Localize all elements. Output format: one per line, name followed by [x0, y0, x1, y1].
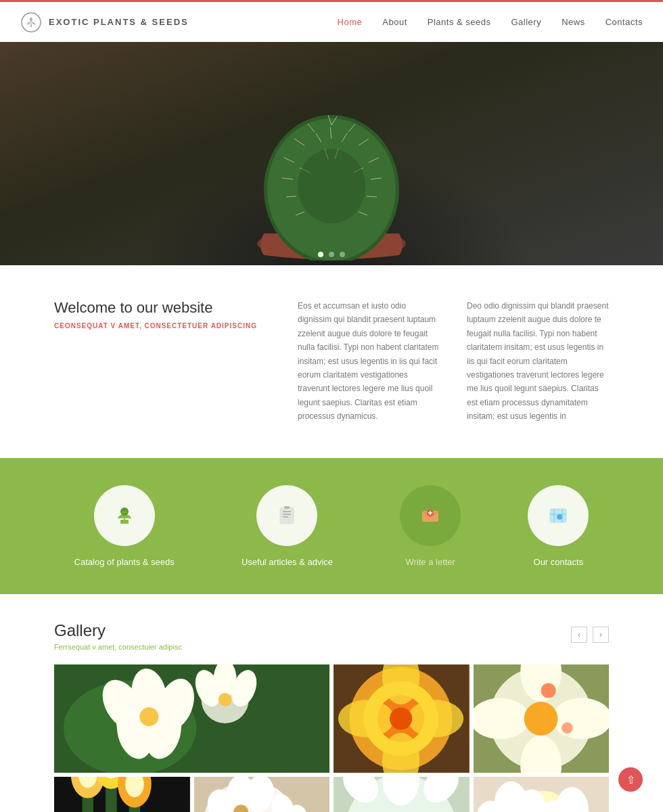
svg-point-68	[524, 702, 557, 736]
svg-point-25	[298, 149, 365, 223]
gallery-subtitle: Ferrsequat v amet, consectuier adipisc	[54, 643, 182, 651]
nav-about[interactable]: About	[382, 17, 407, 27]
gallery-grid	[54, 664, 609, 812]
hero-dot-3[interactable]	[340, 252, 345, 257]
gallery-item-6[interactable]	[334, 777, 470, 812]
logo-text: EXOTIC PLANTS & SEEDS	[49, 17, 189, 27]
write-letter-item[interactable]: Write a letter	[400, 485, 461, 567]
nav-gallery[interactable]: Gallery	[511, 17, 541, 27]
svg-rect-28	[280, 508, 294, 524]
gallery-next-button[interactable]: ›	[593, 627, 609, 643]
gallery-item-1[interactable]	[54, 664, 329, 773]
hero-dots	[318, 252, 345, 257]
gallery-section: Gallery Ferrsequat v amet, consectuier a…	[0, 594, 663, 812]
scroll-up-button[interactable]: ⇧	[618, 767, 643, 792]
catalog-icon-circle	[94, 485, 155, 546]
svg-point-70	[561, 722, 572, 734]
welcome-left: Welcome to our website CEONSEQUAT V AMET…	[54, 299, 257, 424]
gallery-title: Gallery	[54, 621, 182, 640]
gallery-prev-button[interactable]: ‹	[571, 627, 587, 643]
contacts-label: Our contacts	[534, 557, 584, 567]
hero-dot-1[interactable]	[318, 252, 323, 257]
nav-contacts[interactable]: Contacts	[605, 17, 643, 27]
welcome-col-1: Eos et accumsan et iusto odio dignissim …	[298, 299, 440, 424]
catalog-label: Catalog of plants & seeds	[74, 557, 175, 567]
cactus-image	[223, 71, 440, 263]
svg-point-67	[552, 698, 609, 739]
letter-icon-circle	[400, 485, 461, 546]
notepad-icon	[273, 502, 300, 529]
contacts-icon-circle	[528, 485, 589, 546]
gallery-title-block: Gallery Ferrsequat v amet, consectuier a…	[54, 621, 182, 651]
welcome-columns: Eos et accumsan et iusto odio dignissim …	[298, 299, 609, 424]
articles-icon-circle	[256, 485, 317, 546]
green-section: Catalog of plants & seeds Useful article…	[0, 458, 663, 594]
gallery-item-2[interactable]	[334, 664, 470, 773]
svg-rect-32	[284, 506, 290, 509]
articles-item[interactable]: Useful articles & advice	[242, 485, 333, 567]
header: EXOTIC PLANTS & SEEDS Home About Plants …	[0, 0, 663, 42]
map-icon	[545, 502, 572, 529]
svg-point-60	[407, 700, 463, 737]
gallery-item-7[interactable]	[474, 777, 610, 812]
nav-home[interactable]: Home	[338, 17, 363, 27]
svg-point-69	[541, 683, 555, 698]
gallery-item-5[interactable]	[194, 777, 330, 812]
svg-point-47	[139, 707, 158, 726]
svg-point-52	[219, 693, 232, 706]
nav-plants[interactable]: Plants & seeds	[428, 17, 491, 27]
hero-section	[0, 42, 663, 265]
welcome-title: Welcome to our website	[54, 299, 257, 317]
plant-pot-icon	[111, 502, 138, 529]
hero-dot-2[interactable]	[329, 252, 334, 257]
catalog-item[interactable]: Catalog of plants & seeds	[74, 485, 175, 567]
gallery-header: Gallery Ferrsequat v amet, consectuier a…	[54, 621, 609, 651]
logo-icon	[20, 12, 42, 33]
logo[interactable]: EXOTIC PLANTS & SEEDS	[20, 12, 189, 33]
articles-label: Useful articles & advice	[242, 557, 333, 567]
welcome-section: Welcome to our website CEONSEQUAT V AMET…	[0, 265, 663, 458]
nav-news[interactable]: News	[562, 17, 585, 27]
gallery-item-4[interactable]	[54, 777, 190, 812]
contacts-item[interactable]: Our contacts	[528, 485, 589, 567]
main-nav: Home About Plants & seeds Gallery News C…	[338, 17, 643, 27]
gallery-item-3[interactable]	[474, 664, 610, 773]
gallery-navigation: ‹ ›	[571, 627, 609, 643]
letter-label: Write a letter	[405, 557, 455, 567]
svg-point-38	[557, 514, 562, 520]
welcome-col-2: Deo odio dignissim qui blandit praesent …	[467, 299, 609, 424]
welcome-subtitle: CEONSEQUAT V AMET, CONSECTETUER ADIPISCI…	[54, 322, 257, 330]
svg-point-61	[390, 707, 412, 729]
svg-rect-26	[120, 520, 129, 524]
envelope-icon	[417, 502, 444, 529]
svg-point-59	[338, 700, 394, 737]
